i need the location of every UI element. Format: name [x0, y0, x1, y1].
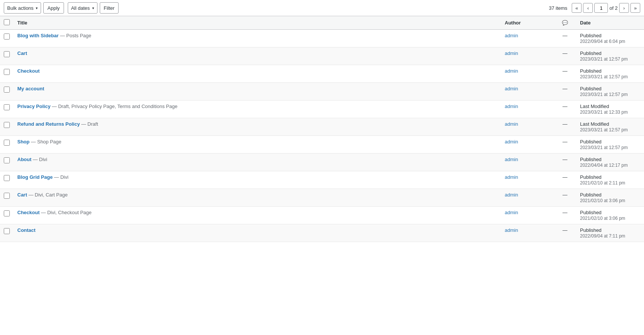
row-author-link[interactable]: admin: [505, 33, 518, 38]
page-number-input[interactable]: [594, 3, 608, 13]
row-title-cell: Cart: [14, 47, 501, 65]
row-title-meta: — Draft: [80, 121, 98, 127]
all-dates-arrow-icon: ▾: [92, 6, 94, 10]
table-row: Blog Grid Page — Divi admin — Published …: [0, 171, 644, 189]
row-comments-cell: —: [554, 224, 576, 242]
comments-column-header[interactable]: 💬: [554, 16, 576, 30]
row-checkbox-cell: [0, 224, 14, 242]
row-author-link[interactable]: admin: [505, 210, 518, 215]
all-dates-dropdown[interactable]: All dates ▾: [68, 2, 97, 14]
row-title-link[interactable]: Blog Grid Page: [17, 174, 53, 180]
table-row: Refund and Returns Policy — Draft admin …: [0, 118, 644, 136]
prev-page-button[interactable]: ‹: [583, 3, 593, 13]
bulk-actions-dropdown[interactable]: Bulk actions ▾: [4, 2, 41, 14]
row-title-link[interactable]: Shop: [17, 139, 30, 145]
row-comment-count: —: [563, 50, 568, 56]
row-date-status: Published: [580, 192, 601, 198]
row-author-link[interactable]: admin: [505, 157, 518, 162]
row-title-link[interactable]: Contact: [17, 227, 35, 233]
row-checkbox[interactable]: [4, 104, 10, 110]
row-checkbox[interactable]: [4, 210, 10, 216]
row-date-value: 2021/02/10 at 3:06 pm: [580, 198, 625, 203]
row-title-link[interactable]: My account: [17, 86, 44, 91]
select-all-checkbox[interactable]: [4, 19, 10, 25]
row-author-cell: admin: [501, 118, 554, 136]
row-comments-cell: —: [554, 189, 576, 207]
row-checkbox[interactable]: [4, 87, 10, 93]
row-title-link[interactable]: Refund and Returns Policy: [17, 121, 80, 127]
title-column-header[interactable]: Title: [14, 16, 501, 30]
row-title-cell: Refund and Returns Policy — Draft: [14, 118, 501, 136]
row-checkbox[interactable]: [4, 34, 10, 40]
date-column-header[interactable]: Date: [576, 16, 644, 30]
row-comment-count: —: [563, 139, 568, 145]
row-title-meta: — Divi, Cart Page: [27, 192, 68, 198]
row-date-value: 2022/09/04 at 6:04 pm: [580, 39, 625, 44]
row-checkbox[interactable]: [4, 51, 10, 57]
row-checkbox[interactable]: [4, 157, 10, 163]
last-page-button[interactable]: »: [630, 3, 640, 13]
row-author-cell: admin: [501, 47, 554, 65]
table-row: My account admin — Published 2023/03/21 …: [0, 83, 644, 100]
table-row: Contact admin — Published 2022/09/04 at …: [0, 224, 644, 242]
row-title-meta: — Divi: [32, 157, 47, 162]
row-title-cell: Privacy Policy — Draft, Privacy Policy P…: [14, 100, 501, 118]
row-title-meta: — Posts Page: [59, 33, 91, 38]
row-checkbox-cell: [0, 154, 14, 171]
comment-bubble-icon: 💬: [562, 20, 568, 26]
row-checkbox[interactable]: [4, 140, 10, 146]
row-date-status: Published: [580, 68, 601, 74]
apply-button[interactable]: Apply: [43, 2, 64, 14]
row-comment-count: —: [563, 192, 568, 198]
row-title-link[interactable]: Cart: [17, 50, 27, 56]
author-column-header[interactable]: Author: [501, 16, 554, 30]
row-date-cell: Published 2023/03/21 at 12:57 pm: [576, 47, 644, 65]
row-title-link[interactable]: Checkout: [17, 210, 40, 215]
row-checkbox[interactable]: [4, 122, 10, 128]
row-checkbox-cell: [0, 65, 14, 83]
row-date-cell: Last Modified 2023/03/21 at 12:57 pm: [576, 118, 644, 136]
row-author-link[interactable]: admin: [505, 139, 518, 145]
first-page-button[interactable]: «: [572, 3, 582, 13]
of-pages-text: of 2: [609, 5, 618, 11]
row-checkbox[interactable]: [4, 175, 10, 181]
table-row: Shop — Shop Page admin — Published 2023/…: [0, 136, 644, 154]
row-author-cell: admin: [501, 30, 554, 47]
next-page-button[interactable]: ›: [619, 3, 629, 13]
select-all-header[interactable]: [0, 16, 14, 30]
row-author-link[interactable]: admin: [505, 174, 518, 180]
row-author-link[interactable]: admin: [505, 104, 518, 109]
row-comment-count: —: [563, 86, 568, 91]
row-title-link[interactable]: Privacy Policy: [17, 104, 50, 109]
row-date-cell: Published 2021/02/10 at 2:11 pm: [576, 171, 644, 189]
row-date-cell: Published 2023/03/21 at 12:57 pm: [576, 136, 644, 154]
row-checkbox[interactable]: [4, 69, 10, 75]
row-checkbox[interactable]: [4, 228, 10, 234]
filter-button[interactable]: Filter: [100, 2, 119, 14]
table-row: Cart admin — Published 2023/03/21 at 12:…: [0, 47, 644, 65]
row-title-cell: Shop — Shop Page: [14, 136, 501, 154]
row-title-link[interactable]: Checkout: [17, 68, 40, 74]
row-comments-cell: —: [554, 30, 576, 47]
pages-table: Title Author 💬 Date Blog with Sidebar — …: [0, 16, 644, 242]
row-author-link[interactable]: admin: [505, 86, 518, 91]
row-author-link[interactable]: admin: [505, 50, 518, 56]
row-author-cell: admin: [501, 65, 554, 83]
row-checkbox[interactable]: [4, 193, 10, 199]
row-author-link[interactable]: admin: [505, 68, 518, 74]
row-title-link[interactable]: About: [17, 157, 32, 162]
row-author-cell: admin: [501, 189, 554, 207]
row-author-cell: admin: [501, 154, 554, 171]
row-comments-cell: —: [554, 207, 576, 224]
row-date-status: Published: [580, 139, 601, 145]
row-title-link[interactable]: Cart: [17, 192, 27, 198]
row-author-link[interactable]: admin: [505, 192, 518, 198]
row-date-value: 2023/03/21 at 12:57 pm: [580, 145, 628, 150]
row-comments-cell: —: [554, 118, 576, 136]
row-checkbox-cell: [0, 136, 14, 154]
row-author-link[interactable]: admin: [505, 121, 518, 127]
row-title-link[interactable]: Blog with Sidebar: [17, 33, 59, 38]
row-date-value: 2023/03/21 at 12:57 pm: [580, 56, 628, 62]
row-author-link[interactable]: admin: [505, 227, 518, 233]
row-author-cell: admin: [501, 100, 554, 118]
